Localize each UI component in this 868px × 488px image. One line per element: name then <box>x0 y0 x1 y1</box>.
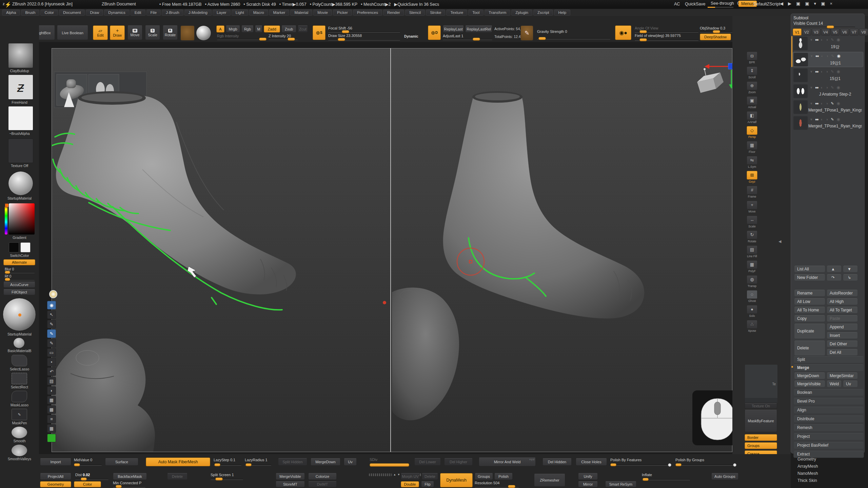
subtool-item[interactable]: ▾ ●● ◐ ◑ ✎ ◉ 19강1 <box>793 52 863 67</box>
merge-visible-button[interactable]: MergeVisible <box>794 380 825 387</box>
edit-mode-button[interactable]: ▱ Edit <box>93 25 108 40</box>
menu-item[interactable]: Zplugin <box>511 9 532 16</box>
scale-tool[interactable]: ↔ Scale <box>745 214 759 229</box>
eye-icon[interactable]: ◉ <box>836 69 840 74</box>
ghost-toggle[interactable]: ◌ Ghost <box>745 289 759 304</box>
brush-thumbnail-claybuildup[interactable] <box>8 43 33 68</box>
brush-thumbnail-selectlasso[interactable] <box>12 355 27 366</box>
menu-item[interactable]: Texture <box>446 9 467 16</box>
auto-mask-fibermesh-button[interactable]: Auto Mask FiberMesh <box>146 458 210 466</box>
zoom-button[interactable]: ⊕ Zoom <box>745 80 759 95</box>
merge-down-shelf-button[interactable]: MergeDown <box>311 458 340 466</box>
auto-groups-button[interactable]: Auto Groups <box>711 473 738 480</box>
rotate-tool[interactable]: ↻ Rotate <box>745 229 759 244</box>
panel-collapse-arrow[interactable]: ◀ <box>778 239 781 244</box>
paint-icon[interactable]: ✎ <box>831 85 834 90</box>
eye-pick-icon[interactable]: ◉ <box>47 301 56 309</box>
copy-button[interactable]: Copy <box>794 315 825 322</box>
alternate-button[interactable]: Alternate <box>3 259 35 265</box>
all-to-home-button[interactable]: All To Home <box>794 306 825 313</box>
move-up-button[interactable]: ▲ <box>827 265 842 272</box>
half-visibility-icon[interactable]: ◐ <box>821 38 823 42</box>
contrast-icon[interactable]: ◑ <box>826 85 828 89</box>
pen-icon[interactable]: ✎ <box>47 320 56 328</box>
polypaint-icon[interactable]: ●● <box>815 85 818 89</box>
spotlight-bulb-icon[interactable] <box>49 290 57 298</box>
deep-shadow-button[interactable]: DeepShadow <box>700 34 731 40</box>
color-picker[interactable] <box>9 203 35 235</box>
morph-uv-button[interactable]: Morph UV <box>401 473 420 480</box>
clipboard-icon[interactable]: ≡ <box>47 415 56 423</box>
surface-button[interactable]: Surface <box>105 458 138 466</box>
half-visibility-icon[interactable]: ◐ <box>821 117 823 121</box>
collapse-icon[interactable]: ▾ <box>810 69 812 74</box>
zcut-toggle[interactable]: Zcut <box>298 25 308 33</box>
menu-item[interactable]: Draw <box>86 9 103 16</box>
menu-item[interactable]: J-Brush <box>162 9 183 16</box>
current-material-thumbnail[interactable] <box>196 25 211 41</box>
move-out-folder-button[interactable]: ↳ <box>843 274 858 281</box>
append-button[interactable]: Append <box>827 323 858 330</box>
material-thumbnail-basic-b[interactable] <box>14 338 24 348</box>
new-folder-button[interactable]: New Folder <box>794 274 825 281</box>
subtool-item[interactable]: ▾ ●● ◐ ◑ ✎ ◉ J Anatomy Step-2 <box>793 84 863 99</box>
menu-item[interactable]: Light <box>232 9 248 16</box>
eraser-icon[interactable]: ▭ <box>47 348 56 357</box>
transp-toggle[interactable]: ◍ Transp <box>745 274 759 289</box>
menu-item[interactable]: Macro <box>249 9 268 16</box>
zadd-toggle[interactable]: Zadd <box>264 25 280 33</box>
border-toggle[interactable]: Border <box>745 434 777 441</box>
section-row[interactable]: Boolean <box>793 389 864 396</box>
texture-preview[interactable]: Te <box>745 364 778 403</box>
restore-button[interactable]: ▣ <box>821 1 825 6</box>
delete-dim-button-1[interactable]: Delete <box>167 473 188 480</box>
view-tab[interactable]: V3 <box>812 28 821 36</box>
menu-item[interactable]: Marker <box>269 9 290 16</box>
double-toggle[interactable]: Double <box>401 481 419 487</box>
m-toggle[interactable]: M <box>255 25 262 33</box>
default-zscript-button[interactable]: DefaultZScript <box>753 2 780 6</box>
gxyz-toggle[interactable]: ⊞ Gxyz <box>745 169 759 184</box>
del-other-button[interactable]: Del Other <box>827 340 858 347</box>
live-boolean-button[interactable]: Live Boolean <box>57 25 88 40</box>
merge-visible-shelf-button[interactable]: MergeVisible <box>276 473 305 480</box>
close-holes-button[interactable]: Close Holes <box>576 458 607 466</box>
delete-button[interactable]: Delete <box>794 340 825 356</box>
view-tab[interactable]: V8 <box>859 28 868 36</box>
rename-button[interactable]: Rename <box>794 289 825 297</box>
persp-toggle[interactable]: ◇ Persp <box>745 125 759 140</box>
contrast-icon[interactable]: ◑ <box>826 117 828 121</box>
palette-section[interactable]: Thick Skin <box>797 478 818 483</box>
paint-icon[interactable]: ✎ <box>831 69 834 74</box>
view-tab[interactable]: V7 <box>850 28 859 36</box>
insert-button[interactable]: Insert <box>827 332 858 339</box>
close-button[interactable]: × <box>830 1 832 6</box>
minimize-button[interactable]: ▾ <box>814 1 816 6</box>
geometry-toggle[interactable]: Geometry <box>40 481 71 487</box>
del-hidden-button[interactable]: Del Hidden <box>542 458 572 466</box>
bpr-button[interactable]: ◘ BPR <box>745 50 759 65</box>
collapse-icon[interactable]: ▾ <box>811 54 813 58</box>
section-split[interactable]: Split <box>793 356 864 363</box>
texture-on-button[interactable]: Texture On <box>745 403 777 409</box>
subtool-title[interactable]: Subtool <box>793 15 808 20</box>
backface-mask-button[interactable]: BackfaceMask <box>113 473 147 480</box>
select-cursor-icon[interactable]: ↖ <box>47 310 56 319</box>
store-mt-button[interactable]: StoreMT <box>276 481 305 487</box>
menu-item[interactable]: Dynamics <box>104 9 129 16</box>
dynamic-draw-size-icon[interactable]: ⊕D <box>428 25 441 40</box>
menu-item[interactable]: Edit <box>131 9 145 16</box>
polish-shelf-button[interactable]: Polish <box>494 473 513 480</box>
section-row[interactable]: Project BasRelief <box>793 442 864 449</box>
floor-toggle[interactable]: ▦ Floor <box>745 140 759 155</box>
split-hidden-button[interactable]: Split Hidden <box>278 458 307 466</box>
secondary-color-swatch[interactable] <box>20 242 31 252</box>
aahalf-button[interactable]: ◧ AAHalf <box>745 110 759 125</box>
brush-thumbnail-selectrect[interactable] <box>12 373 27 384</box>
menu-item[interactable]: Render <box>383 9 404 16</box>
merge-down-button[interactable]: MergeDown <box>794 372 825 379</box>
solo-toggle[interactable]: ● Solo <box>745 304 759 319</box>
polypaint-icon[interactable]: ●● <box>815 69 818 74</box>
hue-strip[interactable] <box>5 203 7 235</box>
trash-icon[interactable]: ▤ <box>47 377 56 385</box>
